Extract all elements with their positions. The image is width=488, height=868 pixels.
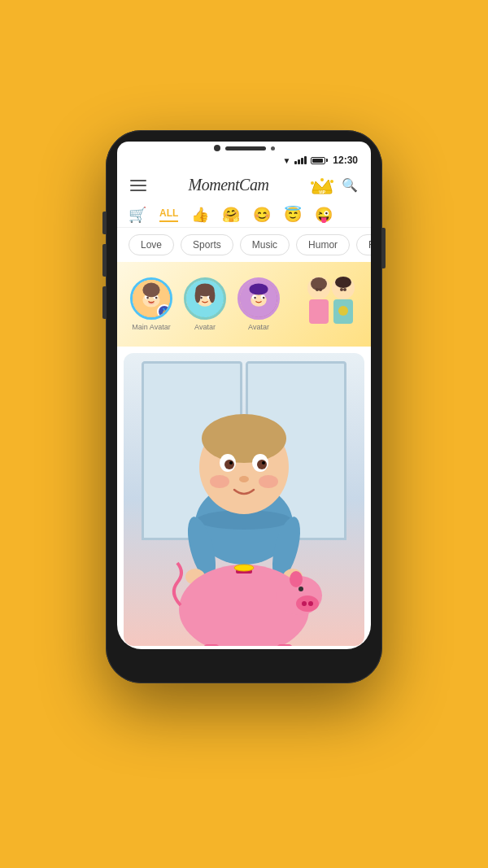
- svg-point-34: [319, 288, 322, 291]
- phone-wrapper: ▼ 12:30 MomentCam: [106, 130, 382, 683]
- chip-rom[interactable]: Rom: [356, 234, 371, 255]
- speaker-grille: [225, 146, 266, 150]
- power-button: [382, 228, 386, 268]
- svg-rect-32: [309, 299, 329, 324]
- battery-fill: [312, 159, 323, 163]
- thumbs-icon: 👍: [191, 207, 209, 222]
- crown-icon: VIP: [311, 177, 333, 194]
- svg-point-48: [257, 460, 267, 469]
- svg-point-47: [224, 460, 234, 469]
- svg-point-22: [209, 289, 215, 303]
- svg-point-29: [250, 283, 268, 294]
- face3-icon: 😇: [284, 207, 302, 222]
- svg-point-39: [343, 288, 346, 291]
- main-card: [124, 353, 364, 646]
- all-label: ALL: [159, 207, 178, 219]
- avatar-item-1[interactable]: Avatar: [184, 277, 226, 331]
- avatar-circle-main: 🏅: [130, 277, 172, 320]
- volume-down-button: [102, 244, 106, 277]
- svg-point-11: [155, 297, 158, 299]
- app-bar-right: VIP 🔍: [311, 177, 358, 194]
- front-camera: [214, 145, 220, 151]
- search-icon[interactable]: 🔍: [342, 177, 358, 193]
- avatar-label-2: Avatar: [248, 323, 269, 331]
- couple-preview[interactable]: [301, 272, 358, 337]
- face2-icon: 😊: [253, 207, 271, 222]
- avatar-label-main: Main Avatar: [132, 323, 170, 331]
- svg-point-10: [146, 297, 149, 299]
- svg-point-63: [298, 587, 303, 591]
- svg-point-38: [340, 288, 343, 291]
- face4-icon: 😜: [315, 207, 333, 222]
- tab-basket[interactable]: 🛒: [129, 207, 146, 222]
- svg-point-3: [320, 178, 324, 181]
- tab-face2[interactable]: 😊: [253, 207, 271, 222]
- svg-point-53: [259, 475, 278, 488]
- svg-point-33: [316, 288, 319, 291]
- svg-point-44: [202, 414, 286, 463]
- svg-point-64: [290, 571, 303, 587]
- notch-center-area: [214, 145, 275, 151]
- svg-point-4: [330, 180, 333, 183]
- svg-point-2: [311, 181, 314, 185]
- silent-button: [102, 286, 106, 319]
- svg-point-13: [142, 283, 159, 298]
- notch-area: [117, 142, 371, 153]
- svg-point-21: [195, 289, 201, 303]
- avatar-item-main[interactable]: 🏅 Main Avatar: [130, 277, 172, 331]
- basket-icon: 🛒: [129, 207, 146, 222]
- svg-point-60: [296, 595, 319, 612]
- svg-point-70: [234, 565, 254, 571]
- svg-text:VIP: VIP: [319, 190, 326, 194]
- wifi-icon: ▼: [282, 156, 290, 165]
- avatar-face-female1: [186, 280, 224, 317]
- tab-face4[interactable]: 😜: [315, 207, 333, 222]
- ribbon-badge: 🏅: [157, 304, 172, 319]
- chip-humor[interactable]: Humor: [296, 234, 350, 255]
- signal-icon: [294, 156, 307, 164]
- battery-icon: [311, 157, 325, 164]
- app-bar: MomentCam VIP 🔍: [117, 168, 371, 203]
- couple-illustration: [301, 272, 358, 337]
- status-time: 12:30: [333, 155, 358, 166]
- svg-point-28: [263, 297, 265, 299]
- svg-point-52: [210, 475, 229, 488]
- filter-chips: Love Sports Music Humor Rom: [117, 228, 371, 262]
- tab-thumbs[interactable]: 👍: [191, 207, 209, 222]
- svg-point-27: [254, 297, 256, 299]
- avatar-label-1: Avatar: [194, 323, 216, 331]
- avatar-section: 🏅 Main Avatar: [117, 262, 371, 347]
- chip-love[interactable]: Love: [129, 234, 174, 255]
- face1-icon: 🤗: [222, 207, 240, 222]
- svg-point-62: [308, 601, 313, 606]
- avatar-circle-2: [237, 277, 280, 320]
- svg-point-50: [262, 461, 265, 465]
- chip-sports[interactable]: Sports: [181, 234, 233, 255]
- sensor-dot: [271, 146, 275, 150]
- avatar-face-female2: [240, 280, 277, 317]
- tab-face3[interactable]: 😇: [284, 207, 302, 222]
- avatar-item-2[interactable]: Avatar: [237, 277, 280, 331]
- svg-point-40: [338, 306, 348, 316]
- vip-badge[interactable]: VIP: [311, 177, 333, 194]
- category-tabs: 🛒 ALL 👍 🤗 😊 😇 😜: [117, 203, 371, 228]
- chip-music[interactable]: Music: [240, 234, 290, 255]
- hamburger-menu[interactable]: [130, 180, 146, 191]
- avatar-circle-1: [184, 277, 226, 320]
- tab-all[interactable]: ALL: [159, 207, 178, 222]
- status-bar: ▼ 12:30: [117, 153, 371, 168]
- svg-point-36: [335, 277, 351, 288]
- svg-point-49: [229, 461, 233, 465]
- tab-face1[interactable]: 🤗: [222, 207, 240, 222]
- svg-point-31: [311, 277, 327, 290]
- phone-screen: MomentCam VIP 🔍: [117, 168, 371, 649]
- volume-up-button: [102, 212, 106, 234]
- piggy-bank: [163, 548, 325, 646]
- svg-point-51: [239, 476, 249, 482]
- app-logo: MomentCam: [189, 176, 269, 194]
- phone-shell: ▼ 12:30 MomentCam: [106, 130, 382, 683]
- svg-point-61: [302, 601, 307, 606]
- svg-point-18: [200, 297, 203, 299]
